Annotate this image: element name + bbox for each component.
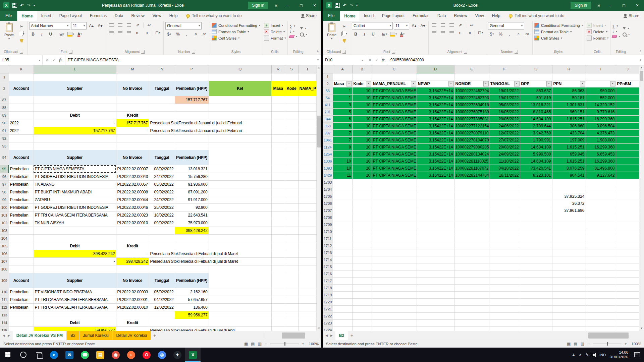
cell-B1719[interactable] — [352, 292, 372, 299]
cell-Q95[interactable] — [209, 165, 271, 173]
cell-R92[interactable] — [271, 135, 285, 142]
cell-B997[interactable]: 10 — [352, 130, 372, 137]
cell-H1704[interactable] — [552, 186, 586, 193]
row-header-90[interactable]: 90 — [0, 119, 9, 127]
row-header-1723[interactable]: 1723 — [323, 320, 333, 327]
cell-R114[interactable] — [271, 319, 285, 327]
cell-S91[interactable] — [285, 127, 298, 135]
cell-N90[interactable]: Persediaan StokTersedia di Januari di ju… — [149, 119, 271, 127]
cell-J1707[interactable] — [616, 207, 639, 214]
cell-I1704[interactable] — [586, 186, 616, 193]
row-header-2[interactable]: 2 — [323, 80, 333, 87]
cell-J1720[interactable] — [616, 299, 639, 306]
clear-button[interactable]: ▾ — [612, 35, 620, 38]
cell-K88[interactable] — [9, 104, 34, 112]
copy-button[interactable]: ▾ — [18, 31, 25, 37]
cell-S88[interactable] — [285, 104, 298, 112]
cell-E1720[interactable] — [454, 299, 489, 306]
cell-P94[interactable]: Pembelian (HPP) — [175, 150, 209, 165]
row-header-1[interactable]: 1 — [0, 73, 9, 81]
cell-P102[interactable]: 75.973.000 — [175, 219, 209, 227]
zoom-out-button[interactable]: − — [587, 342, 590, 346]
cell-B1707[interactable] — [352, 207, 372, 214]
name-box[interactable]: L95 — [0, 55, 37, 65]
cell-J1717[interactable] — [616, 278, 639, 285]
cell-G1709[interactable] — [520, 221, 552, 228]
cell-M109[interactable]: No Invoice — [116, 273, 149, 288]
volume-icon[interactable] — [593, 354, 594, 356]
cell-I54[interactable]: 552.000 — [586, 95, 616, 102]
col-header-I[interactable]: I — [586, 65, 616, 73]
cell-I1719[interactable] — [586, 292, 616, 299]
cell-C53[interactable]: PT CIPTA NIAGA SEMEST — [372, 87, 417, 95]
cell-H1722[interactable] — [552, 313, 586, 320]
cell-F1720[interactable] — [489, 299, 520, 306]
cell-N114[interactable] — [149, 319, 175, 327]
row-header-111[interactable]: 111 — [0, 296, 9, 304]
row-header-1714[interactable]: 1714 — [323, 256, 333, 263]
cell-P93[interactable] — [175, 142, 209, 150]
cell-F1124[interactable]: 20/08/2022 — [489, 144, 520, 151]
cell-Q102[interactable] — [209, 219, 271, 227]
increase-font-button[interactable]: A▴ — [88, 23, 95, 29]
align-right-button[interactable] — [448, 30, 455, 36]
cell-B411[interactable]: 10 — [352, 102, 372, 109]
cell-D1712[interactable] — [417, 242, 454, 249]
increase-decimal-button[interactable]: .0 — [514, 31, 522, 37]
col-header-H[interactable]: H — [552, 65, 586, 73]
cell-D1124[interactable]: 3,15422E+14 — [417, 144, 454, 151]
ribbon-tab-review[interactable]: Review — [127, 11, 148, 21]
cell-E411[interactable]: 100002273694918 — [454, 102, 489, 109]
cell-D54[interactable]: 3,15422E+14 — [417, 95, 454, 102]
cell-G1715[interactable] — [520, 263, 552, 270]
taskbar-explorer-icon[interactable]: ▤ — [93, 348, 108, 362]
cell-J1703[interactable] — [616, 179, 639, 186]
row-header-99[interactable]: 99 — [0, 196, 9, 204]
cell-Q93[interactable] — [209, 142, 271, 150]
accounting-format-button[interactable]: $▾ — [165, 31, 173, 37]
cell-R102[interactable] — [271, 219, 285, 227]
col-header-J[interactable]: J — [616, 65, 639, 73]
ribbon-tab-review[interactable]: Review — [450, 11, 471, 21]
cell-Q113[interactable] — [209, 311, 271, 319]
cell-N112[interactable]: 12/02/2022 — [149, 304, 175, 311]
row-header-1706[interactable]: 1706 — [323, 200, 333, 207]
cell-I844[interactable]: 16.299.360 — [586, 116, 616, 123]
cell-I1723[interactable] — [586, 320, 616, 327]
cell-G1722[interactable] — [520, 313, 552, 320]
italic-button[interactable]: I — [38, 31, 46, 37]
cell-M88[interactable] — [116, 104, 149, 112]
cell-C1124[interactable]: PT CIPTA NIAGA SEMEST — [372, 144, 417, 151]
merge-center-button[interactable]: ⊟▾ — [154, 30, 162, 36]
cell-M105[interactable]: Kredit — [116, 242, 149, 250]
cell-G1713[interactable] — [520, 249, 552, 256]
cell-I1336[interactable]: 16.299.360 — [586, 158, 616, 165]
zoom-in-button[interactable]: + — [625, 342, 627, 346]
cell-B791[interactable]: 10 — [352, 109, 372, 116]
cell-S105[interactable] — [285, 242, 298, 250]
filter-dropdown-button-D[interactable]: ▼ — [448, 81, 454, 86]
align-left-button[interactable] — [108, 30, 115, 36]
cell-P103[interactable]: 398.428.242 — [175, 227, 209, 235]
cell-I1722[interactable] — [586, 313, 616, 320]
decrease-font-button[interactable]: A▾ — [419, 23, 427, 29]
row-header-1707[interactable]: 1707 — [323, 207, 333, 214]
cell-A1722[interactable] — [333, 313, 352, 320]
cell-T94[interactable] — [298, 150, 316, 165]
cell-L90[interactable]: - — [34, 119, 116, 127]
orientation-button[interactable]: ⇗ — [134, 22, 142, 28]
cell-G997[interactable]: 3.942.769 — [520, 130, 552, 137]
cell-L92[interactable] — [34, 135, 116, 142]
cell-F1704[interactable] — [489, 186, 520, 193]
cell-T110[interactable] — [298, 288, 316, 296]
cell-R111[interactable] — [271, 296, 285, 304]
cell-Q105[interactable] — [209, 242, 271, 250]
cell-T88[interactable] — [298, 104, 316, 112]
cell-K99[interactable]: Pembelian — [9, 196, 34, 204]
underline-button[interactable]: U — [47, 31, 54, 37]
cell-E53[interactable]: 100002272462794 — [454, 87, 489, 95]
cell-K101[interactable]: Pembelian — [9, 212, 34, 219]
middle-align-button[interactable] — [439, 22, 447, 28]
taskbar-clock[interactable]: 14.00 31/01/2026 — [610, 350, 628, 360]
cell-C411[interactable]: PT CIPTA NIAGA SEMEST — [372, 102, 417, 109]
